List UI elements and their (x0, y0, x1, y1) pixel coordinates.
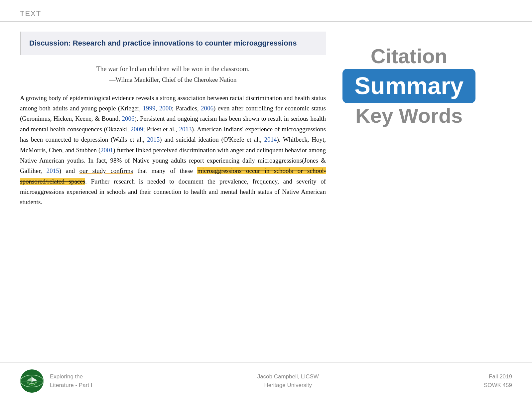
citation-link-2014[interactable]: 2014 (264, 136, 277, 143)
summary-label: Summary (354, 73, 464, 99)
footer-course-text: Exploring the Literature - Part I (50, 372, 92, 389)
citation-link-2006a[interactable]: 2006 (201, 105, 213, 112)
main-content: Discussion: Research and practice innova… (0, 22, 532, 357)
right-panel: Citation Summary Key Words (339, 32, 479, 357)
citation-link-2013[interactable]: 2013 (179, 126, 192, 133)
citation-link-1999[interactable]: 1999 (143, 105, 156, 112)
citation-stack: Citation Summary Key Words (342, 45, 475, 127)
discussion-box: Discussion: Research and practice innova… (20, 32, 326, 55)
quote-block: The war for Indian children will be won … (20, 65, 326, 83)
citation-link-2015b[interactable]: 2015 (47, 167, 59, 174)
highlight-our-study: our study confirms (79, 167, 133, 174)
footer-instructor-line1: Jacob Campbell, LICSW (257, 372, 319, 381)
footer-term-line1: Fall 2019 (484, 372, 512, 381)
quote-attribution: —Wilma Mankiller, Chief of the Cherokee … (20, 76, 326, 83)
footer-left: Exploring the Literature - Part I (20, 369, 92, 393)
citation-label: Citation (371, 45, 448, 67)
footer-center: Jacob Campbell, LICSW Heritage Universit… (257, 372, 319, 389)
citation-link-2015a[interactable]: 2015 (147, 136, 160, 143)
page-header: TEXT (0, 0, 532, 22)
university-logo (20, 369, 44, 393)
footer: Exploring the Literature - Part I Jacob … (0, 362, 532, 399)
footer-term-line2: SOWK 459 (484, 381, 512, 390)
keywords-label: Key Words (355, 104, 463, 127)
footer-course-line2: Literature - Part I (50, 381, 92, 390)
discussion-title: Discussion: Research and practice innova… (29, 39, 297, 47)
main-paragraph: A growing body of epidemiological eviden… (20, 93, 326, 207)
section-label: TEXT (20, 9, 41, 18)
highlight-microaggressions: microaggressions occur in schools or sch… (20, 167, 326, 185)
quote-text: The war for Indian children will be won … (20, 65, 326, 73)
footer-course-line1: Exploring the (50, 372, 92, 381)
citation-link-2000[interactable]: 2000 (159, 105, 172, 112)
citation-link-2001[interactable]: 2001 (100, 147, 113, 154)
citation-link-2006b[interactable]: 2006 (122, 115, 135, 122)
footer-instructor-line2: Heritage University (257, 381, 319, 390)
footer-right: Fall 2019 SOWK 459 (484, 372, 512, 389)
citation-link-2009[interactable]: 2009 (131, 126, 143, 133)
text-area: Discussion: Research and practice innova… (20, 32, 339, 357)
summary-badge: Summary (342, 69, 475, 103)
